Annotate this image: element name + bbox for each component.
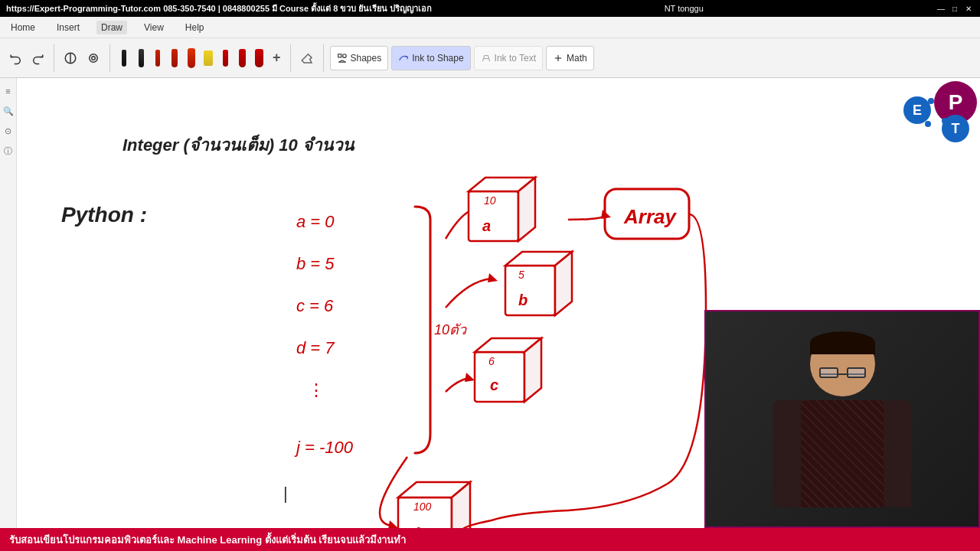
svg-text:|: | (283, 484, 288, 503)
svg-text:10ตัว: 10ตัว (434, 322, 467, 337)
etp-logo: P E T (903, 81, 977, 142)
menu-home[interactable]: Home (6, 21, 40, 34)
status-bar: รับสอนเขียนโปรแกรมคอมพิวเตอร์และ Machine… (0, 528, 980, 551)
sidebar-search-icon[interactable]: 🔍 (2, 104, 15, 118)
pen-red-4[interactable] (217, 47, 233, 69)
main-area: ≡ 🔍 ⊙ ⓘ Integer (จำนวนเต็ม) 10 จำนวน Pyt… (0, 78, 980, 528)
ink-to-text-label: Ink to Text (495, 53, 536, 64)
svg-text:c: c (490, 377, 498, 393)
logo-dot-2 (942, 118, 948, 124)
svg-marker-37 (388, 520, 398, 528)
minimize-button[interactable]: — (936, 3, 946, 14)
svg-point-2 (90, 54, 98, 62)
highlighter-yellow[interactable] (201, 47, 216, 69)
pen-red-2[interactable] (167, 47, 182, 69)
svg-text:⋮: ⋮ (308, 380, 325, 399)
lasso-button[interactable] (60, 44, 80, 72)
svg-rect-32 (475, 352, 524, 402)
svg-text:b = 5: b = 5 (296, 254, 335, 273)
menu-insert[interactable]: Insert (52, 21, 84, 34)
logo-dot-3 (925, 121, 931, 127)
ink-to-text-button[interactable]: Ink to Text (474, 46, 543, 70)
logo-e-circle: E (903, 96, 931, 124)
eraser-button[interactable] (297, 44, 317, 72)
separator-1 (54, 44, 54, 72)
svg-text:c = 6: c = 6 (296, 296, 334, 315)
svg-text:b: b (518, 292, 528, 308)
svg-text:a = 0: a = 0 (296, 212, 335, 231)
close-button[interactable]: ✕ (963, 3, 974, 14)
window-controls: — □ ✕ (936, 3, 974, 14)
pen-red-6[interactable] (251, 47, 266, 69)
pen-red-5[interactable] (234, 47, 250, 69)
sidebar-info-icon[interactable]: ⓘ (2, 144, 15, 158)
redo-button[interactable] (28, 44, 47, 72)
separator-2 (109, 44, 110, 72)
svg-point-1 (92, 56, 96, 60)
pen-black-2[interactable] (133, 47, 149, 69)
svg-text:6: 6 (488, 355, 495, 367)
svg-text:a: a (482, 217, 491, 234)
math-button[interactable]: Math (546, 46, 594, 70)
svg-text:d = 7: d = 7 (296, 338, 335, 357)
shapes-button[interactable]: Shapes (330, 46, 389, 70)
maximize-button[interactable]: □ (949, 3, 960, 14)
svg-marker-25 (488, 273, 498, 282)
pen-black-1[interactable] (116, 47, 132, 69)
svg-rect-3 (338, 54, 341, 57)
sidebar-pages-icon[interactable]: ≡ (2, 84, 15, 98)
menu-view[interactable]: View (139, 21, 168, 34)
menu-bar: Home Insert Draw View Help (0, 17, 980, 38)
svg-text:5: 5 (518, 269, 524, 281)
pen-red-3[interactable] (184, 47, 199, 69)
video-overlay (704, 310, 980, 528)
svg-text:100: 100 (413, 500, 432, 513)
svg-text:Integer (จำนวนเต็ม)   10  จำนว: Integer (จำนวนเต็ม) 10 จำนวน (122, 134, 355, 155)
person-body (773, 400, 911, 507)
svg-text:Array: Array (623, 205, 677, 228)
separator-4 (323, 44, 324, 72)
menu-help[interactable]: Help (181, 21, 209, 34)
add-pen-button[interactable]: + (270, 44, 284, 72)
svg-text:j = -100: j = -100 (294, 438, 354, 457)
svg-marker-5 (338, 60, 345, 61)
ink-to-shape-label: Ink to Shape (412, 53, 463, 64)
pen-tools-group (116, 47, 266, 69)
svg-text:10: 10 (484, 194, 496, 207)
toolbar: + Shapes Ink to Shape Ink to Text Math (0, 38, 980, 78)
ink-to-shape-button[interactable]: Ink to Shape (391, 46, 470, 70)
menu-draw[interactable]: Draw (96, 21, 127, 34)
separator-3 (290, 44, 291, 72)
status-text: รับสอนเขียนโปรแกรมคอมพิวเตอร์และ Machine… (9, 532, 406, 548)
sidebar-history-icon[interactable]: ⊙ (2, 124, 15, 138)
math-label: Math (567, 53, 587, 64)
video-person (706, 311, 978, 527)
person-silhouette (773, 331, 911, 507)
left-sidebar: ≡ 🔍 ⊙ ⓘ (0, 78, 17, 528)
canvas-area[interactable]: Integer (จำนวนเต็ม) 10 จำนวน Python : a … (17, 78, 980, 528)
title-bar: https://Expert-Programming-Tutor.com 085… (0, 0, 980, 17)
svg-point-4 (342, 54, 346, 57)
url-text: https://Expert-Programming-Tutor.com 085… (6, 2, 432, 15)
shapes-label: Shapes (351, 53, 382, 64)
logo-dot-1 (928, 98, 934, 104)
app-name: NT tonggu (665, 4, 704, 13)
svg-text:Python :: Python : (61, 203, 147, 227)
svg-marker-31 (465, 373, 475, 382)
touch-button[interactable] (83, 44, 103, 72)
undo-button[interactable] (6, 44, 26, 72)
pen-red-1[interactable] (150, 47, 165, 69)
svg-rect-26 (505, 266, 555, 315)
person-head (810, 331, 875, 396)
undo-redo-group (6, 44, 47, 72)
